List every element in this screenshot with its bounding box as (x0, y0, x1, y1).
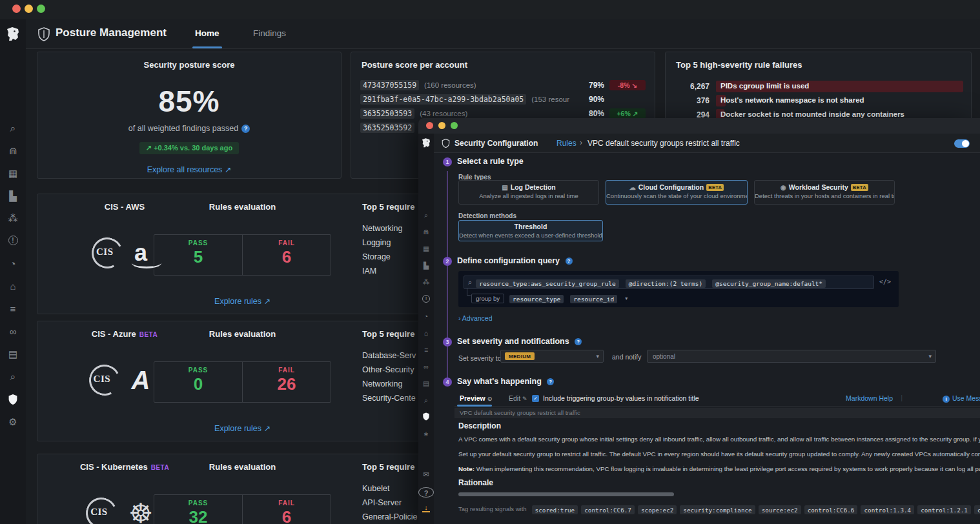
dashboards-icon[interactable]: ▦ (418, 243, 434, 254)
use-message-template-link[interactable]: iUse Message Tem (943, 394, 980, 403)
integrations-icon[interactable]: ⌂ (418, 328, 434, 338)
severity-badge: MEDIUM (505, 352, 535, 360)
log-pipelines-icon[interactable]: ≡ (418, 345, 434, 355)
search-icon[interactable]: ⌕ (418, 210, 434, 220)
help-icon[interactable]: ? (566, 257, 573, 265)
active-tab-underline (192, 46, 222, 48)
group-by-token[interactable]: resource_id (570, 295, 617, 303)
advanced-toggle[interactable]: › Advanced (458, 314, 493, 322)
query-token[interactable]: @direction:(2 terms) (626, 279, 706, 288)
rule-type-description: Detect threats in your hosts and contain… (755, 192, 894, 199)
markdown-help-link[interactable]: Markdown Help (846, 394, 893, 402)
log-pipelines-icon[interactable]: ≡ (0, 302, 26, 316)
monitors-icon[interactable]: ! (422, 295, 430, 303)
explore-rules-link[interactable]: Explore rules ↗ (154, 296, 331, 306)
minimize-window-button[interactable] (438, 122, 445, 129)
download-icon[interactable]: ↓ (422, 504, 430, 512)
tab-edit[interactable]: Edit✎ (509, 394, 527, 402)
watchdog-icon[interactable]: ⋒ (0, 144, 26, 158)
explore-resources-row: Explore all resources ↗ (37, 163, 341, 175)
account-id: 36352503593 (360, 108, 414, 119)
overlay-app-title: Security Configuration (454, 139, 538, 148)
security-icon[interactable] (418, 412, 434, 422)
help-icon[interactable]: ? (241, 125, 250, 133)
chevron-down-icon[interactable]: ▾ (625, 296, 628, 301)
account-row[interactable]: 291fba3f-e0a5-47bc-a299-3bdab2a50a05(153… (360, 92, 646, 106)
severity-dropdown[interactable]: MEDIUM ▾ (500, 350, 604, 363)
security-icon[interactable] (0, 392, 26, 407)
notify-dropdown[interactable]: optional ▾ (647, 350, 936, 363)
snowflake-icon[interactable]: ∗ (418, 428, 434, 439)
query-tokens: resource_type:aws_security_group_rule@di… (476, 277, 832, 288)
rule-failure-row[interactable]: 6,267PIDs cgroup limit is used (672, 79, 963, 94)
explore-rules-link[interactable]: Explore rules ↗ (154, 423, 331, 433)
notebooks-icon[interactable]: ▤ (0, 347, 26, 361)
apm-icon[interactable]: ◔ (0, 257, 26, 271)
log-explorer-icon[interactable]: ⌕ (0, 370, 26, 384)
service-map-icon[interactable]: ⁂ (418, 277, 434, 287)
close-window-button[interactable] (12, 5, 21, 13)
tab-findings[interactable]: Findings (253, 28, 286, 38)
breadcrumb-rules-link[interactable]: Rules (556, 139, 577, 148)
pass-fail-box: PASS32 FAIL6 (154, 494, 331, 524)
signal-tag: control:CC6.6 (804, 505, 858, 514)
score-subtitle: of all weighted findings passed? (37, 124, 341, 133)
code-view-icon[interactable]: </> (879, 278, 891, 285)
chat-icon[interactable]: ✉ (418, 469, 434, 479)
notebooks-icon[interactable]: ▤ (418, 378, 434, 388)
chevron-down-icon: ▾ (596, 353, 599, 359)
info-icon: i (943, 396, 950, 403)
datadog-logo-icon[interactable] (5, 26, 21, 41)
pencil-icon: ✎ (522, 396, 527, 402)
query-input[interactable]: ⌕ resource_type:aws_security_group_rule@… (464, 276, 874, 289)
service-map-icon[interactable]: ⁂ (0, 212, 26, 226)
description-note: Note: When implementing this recommendat… (458, 465, 980, 472)
tab-preview[interactable]: Preview⊙ (460, 394, 492, 402)
datadog-logo-icon[interactable] (421, 137, 431, 148)
failure-rows: 6,267PIDs cgroup limit is used376Host's … (672, 79, 963, 122)
kubernetes-logo: ☸ (128, 498, 153, 524)
ci-icon[interactable]: ∞ (418, 361, 434, 372)
metrics-icon[interactable]: ▙ (0, 189, 26, 203)
rule-type-workload-security[interactable]: ◉Workload SecurityBETA Detect threats in… (754, 180, 895, 205)
help-icon[interactable]: ? (575, 338, 582, 345)
group-by-token[interactable]: resource_type (509, 295, 564, 303)
search-icon[interactable]: ⌕ (0, 121, 26, 136)
steps-connector (447, 171, 448, 385)
account-change-badge: +6% ↗ (609, 108, 646, 119)
account-row[interactable]: 473437055159(160 resources)79%-8% ↘ (360, 78, 646, 92)
tab-home[interactable]: Home (195, 28, 219, 38)
group-by-connector (467, 288, 471, 296)
description-heading: Description (458, 421, 501, 430)
zoom-window-button[interactable] (37, 5, 45, 13)
metrics-icon[interactable]: ▙ (418, 260, 434, 270)
query-token[interactable]: resource_type:aws_security_group_rule (476, 279, 619, 288)
account-resources: (43 resources) (420, 110, 467, 117)
monitors-icon[interactable]: ! (8, 236, 18, 245)
step-1-badge: 1 (443, 157, 452, 166)
rule-failure-row[interactable]: 376Host's network namespace is not share… (672, 94, 963, 108)
ci-icon[interactable]: ∞ (0, 325, 26, 339)
watchdog-icon[interactable]: ⋒ (418, 227, 434, 237)
rule-enabled-toggle[interactable] (954, 139, 970, 148)
settings-icon[interactable]: ⚙ (0, 415, 26, 429)
include-groupby-checkbox[interactable]: ✓ (532, 395, 539, 402)
zoom-window-button[interactable] (451, 122, 458, 129)
explore-all-resources-link[interactable]: Explore all resources ↗ (147, 165, 232, 174)
detection-method-threshold[interactable]: Threshold Detect when events exceed a us… (458, 220, 603, 241)
help-icon[interactable]: ? (547, 378, 554, 385)
horizontal-scrollbar[interactable] (458, 492, 674, 496)
help-icon[interactable]: ? (418, 487, 434, 498)
minimize-window-button[interactable] (25, 5, 33, 13)
window-titlebar (0, 0, 980, 19)
close-window-button[interactable] (426, 122, 433, 129)
overlay-sidebar-icons: ⌕⋒▦▙⁂!◔⌂≡∞▤⌕∗ (418, 210, 434, 445)
log-explorer-icon[interactable]: ⌕ (418, 395, 434, 405)
query-token[interactable]: @security_group_name:default* (712, 279, 826, 288)
eye-icon: ⊙ (487, 396, 493, 402)
rule-type-log-detection[interactable]: ▤Log Detection Analyze all ingested logs… (458, 180, 599, 205)
dashboards-icon[interactable]: ▦ (0, 166, 26, 181)
rule-type-cloud-configuration[interactable]: ☁Cloud ConfigurationBETA Continuously sc… (606, 180, 748, 205)
integrations-icon[interactable]: ⌂ (0, 279, 26, 294)
apm-icon[interactable]: ◔ (418, 311, 434, 321)
